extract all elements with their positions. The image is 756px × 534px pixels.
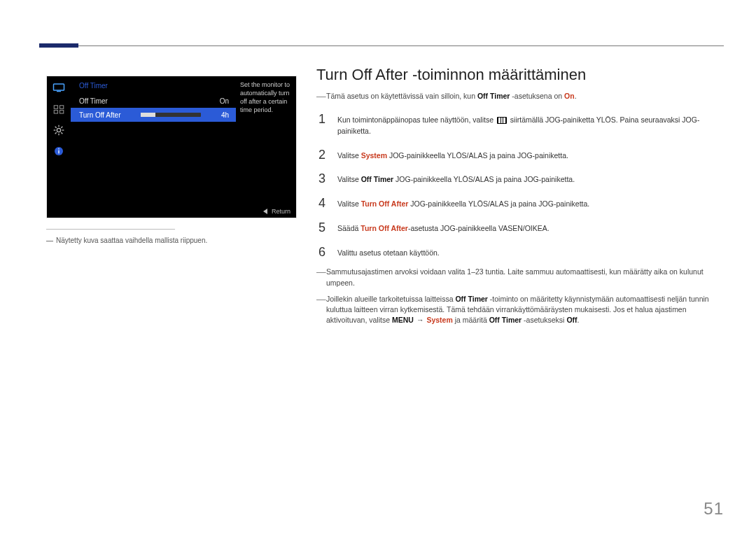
osd-row-label: Off Timer	[79, 97, 108, 105]
step-5: 5 Säädä Turn Off After-asetusta JOG-pain…	[316, 216, 724, 240]
step-number: 2	[316, 148, 328, 161]
info-icon	[52, 145, 66, 157]
page-number: 51	[704, 499, 724, 519]
osd-tooltip: Set the monitor to automatically turn of…	[236, 76, 296, 218]
osd-row-value: 4h	[221, 111, 229, 119]
step-text: Valitse Turn Off After JOG-painikkeella …	[337, 197, 589, 210]
arrow-right-icon: →	[416, 316, 424, 324]
step-1: 1 Kun toimintonäppäinopas tulee näyttöön…	[316, 107, 724, 143]
osd-return-label: Return	[272, 208, 290, 215]
end-note-2: Joillekin alueille tarkoitetuissa laitte…	[316, 294, 724, 326]
svg-rect-5	[60, 111, 64, 114]
step-text: Kun toimintonäppäinopas tulee näyttöön, …	[337, 113, 724, 137]
svg-line-13	[55, 132, 57, 134]
svg-rect-4	[54, 111, 57, 114]
step-number: 1	[316, 113, 328, 125]
gear-icon	[52, 124, 66, 136]
step-number: 5	[316, 221, 328, 234]
page-heading: Turn Off After -toiminnon määrittäminen	[316, 66, 724, 84]
step-number: 6	[316, 246, 328, 258]
svg-rect-2	[54, 106, 57, 109]
svg-rect-16	[58, 150, 59, 154]
osd-row-value: On	[220, 97, 229, 105]
osd-slider	[141, 113, 201, 117]
step-6: 6 Valittu asetus otetaan käyttöön.	[316, 240, 724, 265]
svg-line-12	[61, 132, 62, 134]
step-text: Valitse Off Timer JOG-painikkeella YLÖS/…	[337, 172, 575, 185]
osd-footer: Return	[236, 205, 296, 218]
step-text: Valitse System JOG-painikkeella YLÖS/ALA…	[337, 148, 568, 162]
return-arrow-icon	[263, 209, 267, 214]
svg-line-14	[61, 127, 62, 128]
osd-menu-title: Off Timer	[71, 76, 236, 94]
svg-rect-0	[54, 84, 64, 90]
step-number: 4	[316, 197, 328, 209]
step-2: 2 Valitse System JOG-painikkeella YLÖS/A…	[316, 143, 724, 167]
caption-rule	[46, 229, 175, 230]
content-body: Turn Off After -toiminnon määrittäminen …	[316, 66, 724, 332]
svg-rect-3	[60, 106, 64, 109]
osd-main-panel: Off Timer Off Timer On Turn Off After 4h	[71, 76, 236, 218]
steps-list: 1 Kun toimintonäppäinopas tulee näyttöön…	[316, 107, 724, 264]
header-rule	[39, 43, 724, 50]
svg-rect-17	[58, 148, 59, 149]
osd-row-off-timer: Off Timer On	[71, 94, 236, 108]
step-number: 3	[316, 172, 328, 185]
svg-rect-1	[57, 91, 61, 92]
jog-menu-icon	[497, 117, 507, 124]
osd-screenshot: Off Timer Off Timer On Turn Off After 4h…	[46, 76, 297, 218]
osd-row-label: Turn Off After	[79, 111, 120, 119]
grid-icon	[52, 103, 66, 115]
monitor-icon	[52, 82, 66, 94]
osd-sidebar	[47, 76, 71, 218]
step-3: 3 Valitse Off Timer JOG-painikkeella YLÖ…	[316, 167, 724, 191]
osd-row-turn-off-after: Turn Off After 4h	[71, 108, 236, 122]
svg-line-11	[55, 127, 57, 128]
end-note-1: Sammutusajastimen arvoksi voidaan valita…	[316, 267, 724, 288]
step-text: Valittu asetus otetaan käyttöön.	[337, 246, 440, 259]
step-4: 4 Valitse Turn Off After JOG-painikkeell…	[316, 191, 724, 216]
screenshot-caption: ―Näytetty kuva saattaa vaihdella mallist…	[46, 237, 207, 244]
step-text: Säädä Turn Off After-asetusta JOG-painik…	[337, 221, 550, 234]
intro-note: Tämä asetus on käytettävissä vain silloi…	[316, 91, 724, 101]
svg-point-6	[57, 128, 60, 132]
